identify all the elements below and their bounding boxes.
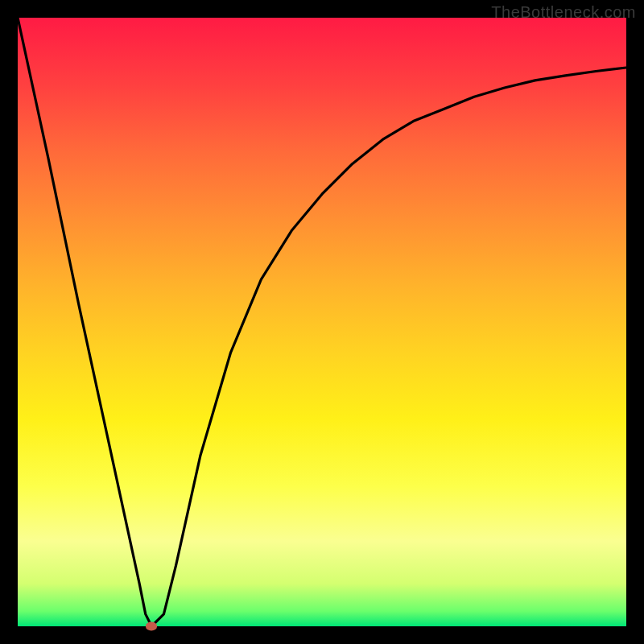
watermark-link[interactable]: TheBottleneck.com bbox=[491, 3, 636, 22]
bottleneck-curve bbox=[18, 18, 626, 626]
minimum-marker bbox=[146, 622, 157, 631]
chart-container: TheBottleneck.com bbox=[0, 0, 644, 644]
plot-area bbox=[18, 18, 626, 626]
